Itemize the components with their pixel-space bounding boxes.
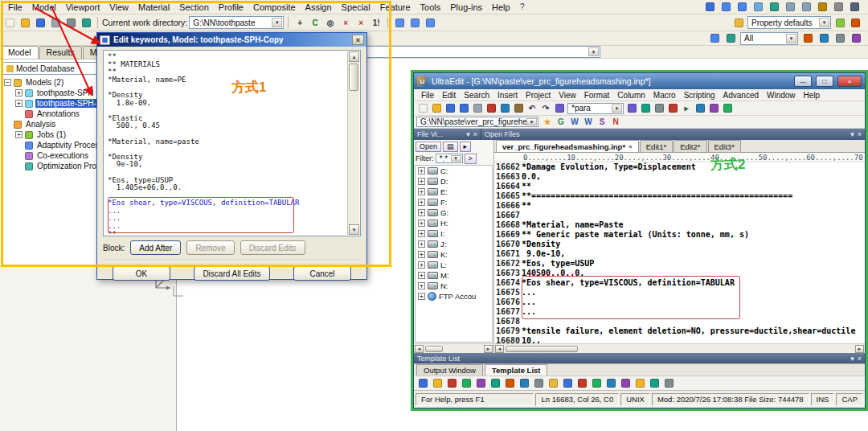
ue-menu-scripting[interactable]: Scripting — [680, 90, 719, 101]
macro-record-icon[interactable] — [666, 102, 679, 114]
scroll-up-icon[interactable]: ▲ — [349, 51, 359, 62]
drive-item-m[interactable]: +M: — [416, 270, 492, 281]
ue-menu-search[interactable]: Search — [460, 90, 493, 101]
translucency-icon[interactable] — [817, 32, 831, 44]
chevron-down-icon[interactable]: ▾ — [786, 34, 796, 43]
move-down-icon[interactable] — [489, 377, 502, 389]
redo-icon[interactable]: ↷ — [539, 102, 552, 114]
expander-icon[interactable]: + — [418, 230, 425, 237]
file-view-header[interactable]: File Vi... ▾ × — [414, 129, 481, 140]
chevron-down-icon[interactable]: ▾ — [612, 105, 622, 113]
expander-icon[interactable]: + — [418, 188, 425, 195]
scrollbar-thumb[interactable] — [349, 64, 358, 91]
scroll-right-icon[interactable]: ► — [855, 345, 864, 353]
expander-icon[interactable]: + — [418, 240, 425, 248]
chevron-down-icon[interactable]: ▾ — [526, 118, 537, 125]
tab-results[interactable]: Results — [39, 46, 82, 59]
measure-icon[interactable]: 1! — [369, 17, 383, 29]
expander-icon[interactable]: + — [418, 209, 425, 216]
expander-icon[interactable]: + — [418, 282, 425, 289]
chevron-down-icon[interactable]: ▾ — [850, 355, 854, 363]
expander-icon[interactable]: + — [418, 251, 425, 258]
word-export-icon[interactable]: W — [568, 116, 581, 128]
find-next-icon[interactable] — [625, 102, 638, 114]
ue-menu-edit[interactable]: Edit — [438, 90, 460, 101]
scroll-left-icon[interactable]: ◄ — [495, 345, 504, 353]
rotate-icon[interactable]: C — [308, 17, 322, 29]
drive-item-k[interactable]: +K: — [416, 249, 492, 260]
drive-item-i[interactable]: +I: — [416, 228, 492, 239]
erase-icon[interactable]: × — [354, 17, 368, 29]
close-icon[interactable]: × — [352, 35, 364, 45]
drive-item-f[interactable]: +F: — [416, 197, 492, 207]
copy-icon[interactable] — [498, 102, 511, 114]
drive-item-e[interactable]: +E: — [416, 187, 492, 197]
nav-forward-icon[interactable]: ▸ — [460, 142, 472, 152]
expander-icon[interactable]: + — [418, 178, 425, 185]
panel-tab-template-list[interactable]: Template List — [485, 364, 548, 376]
drive-item-l[interactable]: +L: — [416, 260, 492, 270]
import-templates-icon[interactable] — [561, 377, 574, 389]
ue-menu-advanced[interactable]: Advanced — [719, 90, 763, 101]
template-list-header[interactable]: Template List ▾ × — [414, 353, 865, 363]
menu-section[interactable]: Section — [174, 1, 214, 14]
collapse-all-icon[interactable] — [604, 377, 617, 389]
close-icon[interactable]: × — [473, 130, 477, 138]
pin-panel-icon[interactable] — [662, 377, 675, 389]
query-icon[interactable] — [79, 17, 93, 29]
zoom-icon[interactable]: ◎ — [323, 17, 338, 29]
group-templates-icon[interactable] — [532, 377, 545, 389]
maximize-icon[interactable]: □ — [816, 76, 833, 87]
discard-all-edits-button[interactable]: Discard All Edits — [194, 266, 269, 281]
fit-view-icon[interactable] — [767, 1, 781, 13]
add-after-button[interactable]: Add After — [130, 240, 181, 255]
ue-menu-column[interactable]: Column — [613, 90, 649, 101]
menu-file[interactable]: File — [3, 1, 27, 14]
menu-model[interactable]: Model — [27, 1, 61, 14]
chevron-down-icon[interactable]: ▾ — [588, 47, 599, 56]
filter-go-icon[interactable]: > — [465, 154, 477, 164]
scrollbar-thumb[interactable] — [506, 346, 578, 352]
doc-tab-edit2[interactable]: Edit2* — [674, 140, 706, 152]
open-icon[interactable] — [18, 17, 32, 29]
tile-horizontal-icon[interactable] — [719, 1, 733, 13]
new-template-icon[interactable] — [431, 377, 444, 389]
new-model-icon[interactable] — [2, 17, 17, 29]
menu-special[interactable]: Special — [337, 1, 375, 14]
ue-menu-project[interactable]: Project — [522, 90, 555, 101]
doc-tab-edit3[interactable]: Edit3* — [708, 140, 741, 152]
go-icon[interactable]: G — [555, 116, 567, 128]
hidden-line-render-icon[interactable] — [847, 1, 862, 13]
scroll-down-icon[interactable]: ▼ — [349, 224, 359, 235]
expand-all-icon[interactable] — [590, 377, 603, 389]
render-style-icon[interactable] — [423, 17, 437, 29]
defaults-tag-icon[interactable] — [731, 17, 746, 29]
menu-feature[interactable]: Feature — [375, 1, 416, 14]
filter-combo[interactable]: *.* ▾ — [436, 154, 463, 163]
favorites-icon[interactable]: ★ — [541, 116, 554, 128]
open-icon[interactable] — [430, 102, 443, 114]
editor-hscrollbar[interactable]: ◄ ► — [494, 343, 865, 353]
ultraedit-titlebar[interactable]: U UltraEdit - [G:\NN\paste\ver_prc_figur… — [414, 73, 865, 89]
drive-item-n[interactable]: +N: — [416, 281, 492, 291]
sort-templates-icon[interactable] — [547, 377, 559, 389]
expander-icon[interactable]: + — [418, 261, 425, 269]
drive-item-j[interactable]: +J: — [416, 239, 492, 249]
property-defaults-combo[interactable]: Property defaults ▾ — [747, 16, 831, 29]
chevron-down-icon[interactable]: ▾ — [466, 130, 470, 138]
close-icon[interactable]: × — [628, 143, 633, 150]
find-combo[interactable]: *para ▾ — [567, 103, 624, 114]
doc-tab-ver-prc-figureheadsmashing-inp[interactable]: ver_prc_figureheadsmashing.inp*× — [496, 140, 639, 152]
perspective-icon[interactable] — [392, 17, 407, 29]
color-palette-icon[interactable] — [848, 17, 862, 29]
color-code-icon[interactable] — [800, 32, 815, 44]
compare-files-icon[interactable] — [721, 102, 734, 114]
notes-icon[interactable]: N — [609, 116, 622, 128]
display-group-combo[interactable]: All ▾ — [740, 32, 798, 45]
chevron-down-icon[interactable]: ▾ — [850, 130, 854, 138]
cut-icon[interactable] — [485, 102, 497, 114]
parallel-projection-icon[interactable] — [407, 17, 422, 29]
hex-mode-icon[interactable] — [707, 102, 720, 114]
ue-menu-insert[interactable]: Insert — [493, 90, 522, 101]
chevron-down-icon[interactable]: ▾ — [272, 18, 282, 27]
